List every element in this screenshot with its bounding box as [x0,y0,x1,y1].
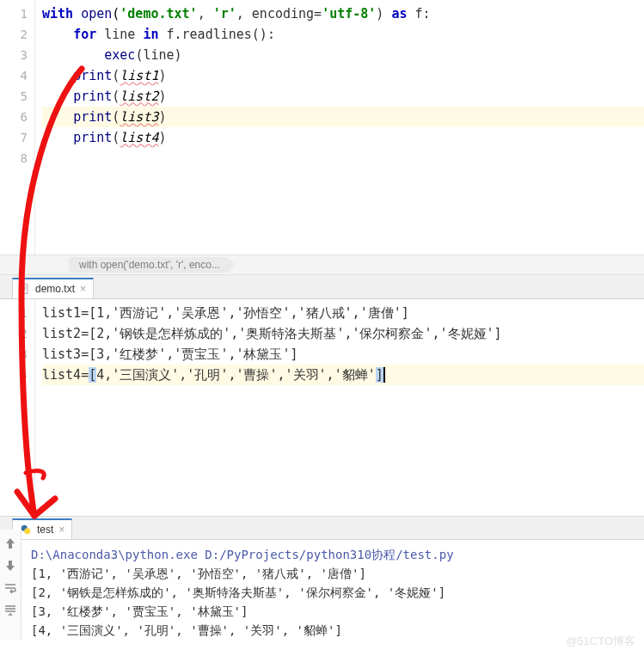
console-line: [3, '红楼梦', '贾宝玉', '林黛玉'] [31,602,644,621]
watermark: @51CTO博客 [566,634,635,649]
code-line[interactable]: print(list3) [42,107,644,127]
code-line[interactable]: print(list2) [42,86,644,107]
line-number[interactable]: 5 [0,86,28,107]
tab-label: test [37,524,53,536]
run-console[interactable]: D:\Anaconda3\python.exe D:/PyProjects/py… [0,540,644,640]
breadcrumb-bar: with open('demo.txt', 'r', enco... [0,254,644,275]
text-file-icon [20,284,30,294]
svg-point-5 [24,528,30,534]
code-line[interactable]: list4=[4,'三国演义','孔明','曹操','关羽','貂蝉'] [42,365,644,385]
code-line[interactable]: list1=[1,'西游记','吴承恩','孙悟空','猪八戒','唐僧'] [42,303,644,323]
scroll-icon[interactable] [3,604,17,617]
code-line[interactable] [42,148,644,169]
line-number[interactable]: 2 [0,323,28,344]
line-number[interactable]: 7 [0,127,28,148]
close-icon[interactable]: × [58,524,64,535]
python-file-icon [20,524,32,536]
tab-label: demo.txt [35,283,75,295]
line-gutter[interactable]: 1 2 3 4 [0,299,34,516]
code-line[interactable]: with open('demo.txt', 'r', encoding='utf… [42,3,644,24]
up-arrow-icon[interactable] [3,536,17,550]
code-line[interactable]: list3=[3,'红楼梦','贾宝玉','林黛玉'] [42,344,644,365]
code-line[interactable]: print(list4) [42,127,644,148]
breadcrumb[interactable]: with open('demo.txt', 'r', enco... [69,257,236,273]
down-arrow-icon[interactable] [3,559,17,573]
code-line[interactable]: for line in f.readlines(): [42,24,644,45]
code-line[interactable]: exec(line) [42,45,644,65]
console-tab-row: test × [0,516,644,540]
console-line: [2, '钢铁是怎样炼成的', '奥斯特洛夫斯基', '保尔柯察金', '冬妮娅… [31,583,644,602]
code-editor-demo: 1 2 3 4 list1=[1,'西游记','吴承恩','孙悟空','猪八戒'… [0,299,644,516]
line-number[interactable]: 3 [0,45,28,65]
soft-wrap-icon[interactable] [3,581,17,595]
console-command: D:\Anaconda3\python.exe D:/PyProjects/py… [31,545,644,564]
line-gutter[interactable]: 1 2 3 4 5 6 7 8 [0,0,34,254]
code-line[interactable]: print(list1) [42,65,644,86]
code-editor-main: 1 2 3 4 5 6 7 8 with open('demo.txt', 'r… [0,0,644,254]
line-number[interactable]: 6 [0,107,28,127]
console-line: [4, '三国演义', '孔明', '曹操', '关羽', '貂蝉'] [31,621,644,640]
line-number[interactable]: 4 [0,65,28,86]
line-number[interactable]: 1 [0,303,28,323]
console-line: [1, '西游记', '吴承恩', '孙悟空', '猪八戒', '唐僧'] [31,564,644,583]
code-line[interactable]: list2=[2,'钢铁是怎样炼成的','奥斯特洛夫斯基','保尔柯察金','冬… [42,323,644,344]
line-number[interactable]: 1 [0,3,28,24]
console-toolbar [0,530,21,640]
code-area[interactable]: with open('demo.txt', 'r', encoding='utf… [34,0,644,254]
editor-tab-row: demo.txt × [0,275,644,299]
code-area[interactable]: list1=[1,'西游记','吴承恩','孙悟空','猪八戒','唐僧'] l… [34,299,644,516]
line-number[interactable]: 3 [0,344,28,365]
line-number[interactable]: 8 [0,148,28,169]
line-number[interactable]: 4 [0,365,28,385]
line-number[interactable]: 2 [0,24,28,45]
tab-demo-txt[interactable]: demo.txt × [12,278,94,298]
close-icon[interactable]: × [80,284,86,294]
